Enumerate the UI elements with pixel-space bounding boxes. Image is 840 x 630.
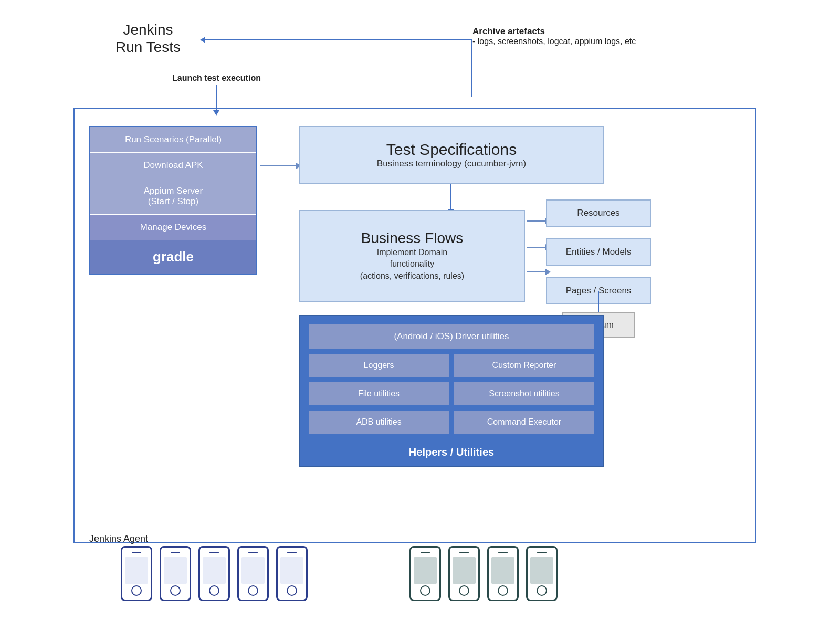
- vertical-arrow-archive: [471, 39, 472, 97]
- helpers-footer: Helpers / Utilities: [309, 439, 594, 466]
- device-dark-1: [410, 546, 441, 601]
- arrow-gradle-to-testspecs: [260, 165, 297, 166]
- business-title: Business Flows: [361, 230, 464, 247]
- manage-devices-item: Manage Devices: [90, 215, 256, 240]
- device-dark-4: [526, 546, 558, 601]
- helpers-box: (Android / iOS) Driver utilities Loggers…: [299, 315, 604, 467]
- device-5: [276, 546, 308, 601]
- arrow-business-to-resources: [527, 220, 546, 222]
- gradle-label: gradle: [90, 240, 256, 274]
- adb-utilities-cell: ADB utilities: [309, 411, 449, 434]
- jenkins-agent-label: Jenkins Agent: [89, 533, 148, 544]
- horizontal-arrow-top: [205, 39, 472, 40]
- business-sub: Implement Domainfunctionality(actions, v…: [360, 247, 464, 282]
- custom-reporter-cell: Custom Reporter: [454, 354, 594, 377]
- run-tests-title: Run Tests: [116, 39, 181, 56]
- resources-box: Resources: [546, 200, 651, 227]
- archive-sub: - logs, screenshots, logcat, appium logs…: [472, 37, 636, 46]
- jenkins-box: Jenkins Run Tests: [116, 21, 181, 56]
- command-executor-cell: Command Executor: [454, 411, 594, 434]
- loggers-cell: Loggers: [309, 354, 449, 377]
- arrow-business-to-entities: [527, 247, 546, 248]
- archive-bold: Archive artefacts: [472, 26, 636, 37]
- device-dark-3: [487, 546, 519, 601]
- device-dark-2: [448, 546, 480, 601]
- entities-box: Entities / Models: [546, 238, 651, 266]
- test-specs-box: Test Specifications Business terminology…: [299, 126, 604, 184]
- device-2: [160, 546, 191, 601]
- archive-text: Archive artefacts - logs, screenshots, l…: [472, 26, 636, 46]
- device-1: [121, 546, 152, 601]
- launch-arrow: Launch test execution: [172, 74, 261, 111]
- test-specs-sub: Business terminology (cucumber-jvm): [377, 159, 526, 169]
- arrow-pages-to-appium: [598, 291, 599, 312]
- device-3: [198, 546, 230, 601]
- driver-utilities-row: (Android / iOS) Driver utilities: [309, 324, 594, 349]
- devices-row-light: [121, 546, 308, 601]
- file-utilities-cell: File utilities: [309, 382, 449, 405]
- diagram-container: Jenkins Run Tests Launch test execution …: [42, 10, 798, 614]
- download-apk-item: Download APK: [90, 153, 256, 178]
- business-flows-box: Business Flows Implement Domainfunctiona…: [299, 210, 525, 302]
- launch-label: Launch test execution: [172, 74, 261, 83]
- arrow-testspecs-to-business: [450, 184, 452, 210]
- device-4: [237, 546, 269, 601]
- jenkins-title: Jenkins: [116, 21, 181, 39]
- test-specs-title: Test Specifications: [386, 141, 517, 159]
- devices-row-dark: [410, 546, 558, 601]
- screenshot-utilities-cell: Screenshot utilities: [454, 382, 594, 405]
- gradle-box: Run Scenarios (Parallel) Download APK Ap…: [89, 126, 257, 275]
- appium-server-item: Appium Server(Start / Stop): [90, 178, 256, 215]
- helpers-grid: Loggers Custom Reporter File utilities S…: [309, 354, 594, 434]
- arrow-business-to-pages: [527, 271, 546, 272]
- run-scenarios-item: Run Scenarios (Parallel): [90, 127, 256, 153]
